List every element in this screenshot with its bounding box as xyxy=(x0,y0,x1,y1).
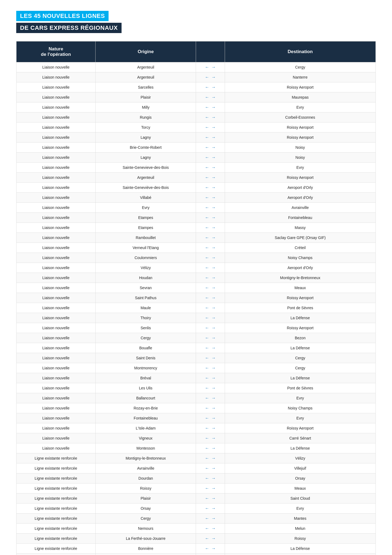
table-row: Liaison nouvelleEtampes← →Fontainebleau xyxy=(17,213,376,223)
arrow-right-icon: → xyxy=(211,346,216,350)
arrow-left-icon: ← xyxy=(205,315,209,320)
cell-origine: Vigneux xyxy=(95,433,196,443)
cell-nature: Ligne existante renforcée xyxy=(17,473,96,483)
cell-arrows: ← → xyxy=(196,303,225,313)
cell-destination: Evry xyxy=(225,504,375,514)
arrow-right-icon: → xyxy=(211,446,216,450)
cell-origine: Montigny-le-Bretonneux xyxy=(95,453,196,463)
cell-origine: Lagny xyxy=(95,153,196,163)
arrow-right-icon: → xyxy=(211,466,216,470)
cell-arrows: ← → xyxy=(196,112,225,122)
cell-destination: Créteil xyxy=(225,243,375,253)
cell-origine: Vélizy xyxy=(95,263,196,273)
cell-origine: Houdan xyxy=(95,273,196,283)
cell-arrows: ← → xyxy=(196,203,225,213)
arrow-right-icon: → xyxy=(211,235,216,240)
table-row: Liaison nouvelleVillabé← →Aeroport d'Orl… xyxy=(17,193,376,203)
cell-arrows: ← → xyxy=(196,423,225,433)
table-row: Liaison nouvellePlaisir← →Maurepas xyxy=(17,92,376,102)
cell-arrows: ← → xyxy=(196,213,225,223)
table-row: Liaison nouvelleThoiry← →La Défense xyxy=(17,313,376,323)
table-row: Liaison nouvelleSainte-Geneviève-des-Boi… xyxy=(17,183,376,193)
cell-nature: Liaison nouvelle xyxy=(17,313,96,323)
cell-nature: Liaison nouvelle xyxy=(17,363,96,373)
table-row: Liaison nouvelleBouafle← →La Défense xyxy=(17,343,376,353)
table-row: Liaison nouvelleLes Ulis← →Pont de Sèvre… xyxy=(17,383,376,393)
cell-arrows: ← → xyxy=(196,153,225,163)
arrow-right-icon: → xyxy=(211,215,216,220)
cell-nature: Liaison nouvelle xyxy=(17,213,96,223)
cell-origine: Argenteuil xyxy=(95,173,196,183)
header: LES 45 NOUVELLES LIGNES DE CARS EXPRESS … xyxy=(16,11,376,33)
cell-arrows: ← → xyxy=(196,393,225,403)
cell-destination: Carré Sénart xyxy=(225,433,375,443)
cell-origine: Bréval xyxy=(95,373,196,383)
arrow-left-icon: ← xyxy=(205,396,209,400)
cell-destination: Saint Cloud xyxy=(225,493,375,504)
cell-origine: Avrainville xyxy=(95,463,196,473)
table-row: Liaison nouvelleMilly← →Evry xyxy=(17,102,376,112)
cell-arrows: ← → xyxy=(196,273,225,283)
cell-nature: Liaison nouvelle xyxy=(17,433,96,443)
cell-destination: La Défense xyxy=(225,544,375,554)
cell-origine: L'Isle-Adam xyxy=(95,423,196,433)
arrow-left-icon: ← xyxy=(205,466,209,470)
cell-nature: Liaison nouvelle xyxy=(17,303,96,313)
arrow-left-icon: ← xyxy=(205,145,209,150)
cell-nature: Liaison nouvelle xyxy=(17,293,96,303)
arrow-left-icon: ← xyxy=(205,406,209,410)
arrow-left-icon: ← xyxy=(205,185,209,190)
cell-origine: Dourdan xyxy=(95,473,196,483)
cell-nature: Liaison nouvelle xyxy=(17,403,96,413)
arrow-right-icon: → xyxy=(211,335,216,340)
arrow-right-icon: → xyxy=(211,416,216,420)
arrow-right-icon: → xyxy=(211,376,216,380)
table-row: Liaison nouvelleSenlis← →Roissy Aeroport xyxy=(17,323,376,333)
table-row: Ligne existante renforcéeDourdan← →Orsay xyxy=(17,473,376,483)
cell-nature: Liaison nouvelle xyxy=(17,443,96,453)
cell-destination: Montigny-le-Bretonneux xyxy=(225,273,375,283)
cell-origine: Evry xyxy=(95,203,196,213)
table-row: Liaison nouvelleFontainebleau← →Evry xyxy=(17,413,376,423)
cell-arrows: ← → xyxy=(196,463,225,473)
arrow-right-icon: → xyxy=(211,185,216,190)
cell-origine: Etampes xyxy=(95,213,196,223)
arrow-right-icon: → xyxy=(211,195,216,200)
arrow-left-icon: ← xyxy=(205,546,209,551)
cell-nature: Liaison nouvelle xyxy=(17,203,96,213)
table-row: Ligne existante renforcéeCergy← →Mantes xyxy=(17,514,376,524)
cell-destination: Roissy Aeroport xyxy=(225,173,375,183)
cell-destination: La Défense xyxy=(225,343,375,353)
arrow-left-icon: ← xyxy=(205,516,209,521)
arrow-right-icon: → xyxy=(211,386,216,390)
cell-arrows: ← → xyxy=(196,363,225,373)
table-row: Liaison nouvelleHoudan← →Montigny-le-Bre… xyxy=(17,273,376,283)
cell-destination: Bezon xyxy=(225,333,375,343)
col-arrows xyxy=(196,41,225,62)
cell-arrows: ← → xyxy=(196,283,225,293)
arrow-left-icon: ← xyxy=(205,105,209,109)
arrow-right-icon: → xyxy=(211,526,216,531)
cell-arrows: ← → xyxy=(196,443,225,453)
arrow-left-icon: ← xyxy=(205,85,209,89)
cell-nature: Liaison nouvelle xyxy=(17,393,96,403)
arrow-right-icon: → xyxy=(211,175,216,180)
cell-nature: Liaison nouvelle xyxy=(17,173,96,183)
cell-arrows: ← → xyxy=(196,183,225,193)
cell-origine: Milly xyxy=(95,102,196,112)
table-row: Ligne existante renforcéePlaisir← →Saint… xyxy=(17,493,376,504)
cell-arrows: ← → xyxy=(196,433,225,443)
title-line2: DE CARS EXPRESS RÉGIONAUX xyxy=(16,23,122,33)
cell-arrows: ← → xyxy=(196,72,225,82)
arrow-left-icon: ← xyxy=(205,506,209,511)
cell-nature: Liaison nouvelle xyxy=(17,112,96,122)
cell-origine: Plaisir xyxy=(95,493,196,504)
cell-destination: Roissy Aeroport xyxy=(225,82,375,92)
title-line1: LES 45 NOUVELLES LIGNES xyxy=(16,11,109,21)
cell-arrows: ← → xyxy=(196,343,225,353)
cell-destination: La Défense xyxy=(225,313,375,323)
cell-arrows: ← → xyxy=(196,243,225,253)
cell-origine: Bonnière xyxy=(95,544,196,554)
cell-origine: Etampes xyxy=(95,223,196,233)
cell-arrows: ← → xyxy=(196,233,225,243)
